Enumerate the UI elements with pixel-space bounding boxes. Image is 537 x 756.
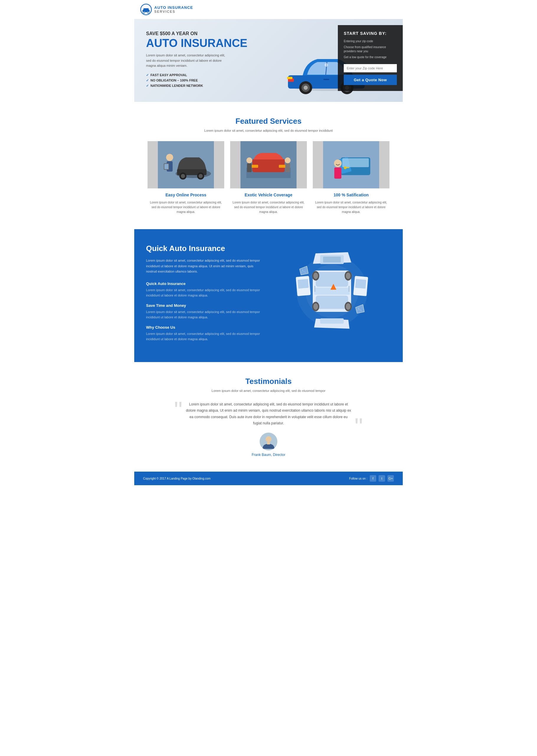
svg-rect-31 <box>164 164 169 169</box>
facebook-icon[interactable]: f <box>370 475 376 482</box>
exploded-car-diagram <box>291 244 373 338</box>
hero-description: Lorem ipsum dolor sit amet, consectetur … <box>146 53 229 68</box>
quick-right <box>273 244 391 338</box>
feature-item-3: NATIONWIDE LENDER NETWORK <box>146 84 259 88</box>
featured-services-section: Featured Services Lorem ipsum dolor sit … <box>134 102 403 229</box>
quick-item-title-1: Quick Auto Insurance <box>146 282 264 286</box>
svg-rect-44 <box>342 158 369 167</box>
featured-title: Featured Services <box>146 117 391 126</box>
hero-save-text: SAVE $500 A YEAR ON <box>146 31 259 36</box>
service-card-desc-2: Lorem ipsum dolor sit amet, consectetur … <box>230 200 307 214</box>
svg-rect-38 <box>247 163 252 172</box>
svg-point-62 <box>313 273 318 279</box>
svg-point-78 <box>266 436 271 442</box>
hero-left: SAVE $500 A YEAR ON AUTO INSURANCE Lorem… <box>134 19 268 102</box>
service-image-2 <box>230 141 307 188</box>
testimonials-section: Testimonials Lorem ipsum dolor sit amet,… <box>134 362 403 471</box>
svg-point-45 <box>334 159 342 167</box>
service-image-1 <box>147 141 224 188</box>
testimonial-author: Frank Baum, Director <box>146 433 391 457</box>
quick-item-2: Save Time and Money Lorem ipsum dolor si… <box>146 303 264 320</box>
services-grid: Easy Online Process Lorem ipsum dolor si… <box>146 141 391 214</box>
svg-rect-75 <box>323 257 341 263</box>
svg-rect-40 <box>285 163 290 172</box>
svg-point-64 <box>346 273 351 279</box>
quick-item-title-2: Save Time and Money <box>146 303 264 308</box>
header: AUTO INSURANCE SERVICES <box>134 0 403 19</box>
service-card-2: Exotic Vehicle Coverage Lorem ipsum dolo… <box>230 141 307 214</box>
service-card-1: Easy Online Process Lorem ipsum dolor si… <box>147 141 224 214</box>
quick-item-1: Quick Auto Insurance Lorem ipsum dolor s… <box>146 282 264 298</box>
svg-rect-54 <box>355 279 366 289</box>
svg-rect-52 <box>298 279 309 289</box>
quote-step-3: Get a low quote for the coverage <box>344 55 397 59</box>
svg-point-37 <box>246 157 252 163</box>
twitter-icon[interactable]: t <box>379 475 385 482</box>
quick-description: Lorem ipsum dolor sit amet, consectetur … <box>146 258 264 274</box>
author-avatar <box>260 433 277 450</box>
quick-item-desc-3: Lorem ipsum dolor sit amet, consectetur … <box>146 331 264 342</box>
quick-item-desc-1: Lorem ipsum dolor sit amet, consectetur … <box>146 288 264 298</box>
service-card-desc-3: Lorem ipsum dolor sit amet, consectetur … <box>313 200 390 214</box>
testimonial-quote-text: Lorem ipsum dolor sit amet, consectetur … <box>186 401 351 427</box>
svg-rect-79 <box>267 442 270 444</box>
svg-point-39 <box>285 157 291 163</box>
svg-rect-57 <box>316 295 348 309</box>
service-card-3: 100 % Satification Lorem ipsum dolor sit… <box>313 141 390 214</box>
google-plus-icon[interactable]: G+ <box>388 475 394 482</box>
svg-point-5 <box>147 12 149 13</box>
quick-insurance-section: Quick Auto Insurance Lorem ipsum dolor s… <box>134 229 403 362</box>
svg-point-66 <box>313 303 318 310</box>
svg-rect-48 <box>346 167 349 168</box>
quote-mark-right: " <box>355 421 363 433</box>
svg-rect-36 <box>279 165 286 168</box>
svg-rect-12 <box>287 77 292 79</box>
svg-rect-76 <box>320 318 344 324</box>
logo-container: AUTO INSURANCE SERVICES <box>140 4 193 15</box>
hero-features-list: FAST EASY APPROVAL NO OBLIGATION – 100% … <box>146 73 259 88</box>
svg-rect-46 <box>334 167 341 179</box>
hero-section: SAVE $500 A YEAR ON AUTO INSURANCE Lorem… <box>134 19 403 102</box>
quick-item-3: Why Choose Us Lorem ipsum dolor sit amet… <box>146 325 264 342</box>
quick-item-title-3: Why Choose Us <box>146 325 264 330</box>
author-name: Frank Baum, Director <box>252 453 285 457</box>
svg-rect-35 <box>251 165 258 168</box>
svg-rect-19 <box>323 79 329 80</box>
feature-item-2: NO OBLIGATION – 100% FREE <box>146 78 259 82</box>
get-quote-button[interactable]: Get a Quote Now <box>344 75 397 85</box>
service-card-title-1: Easy Online Process <box>147 193 224 197</box>
testimonial-quote-block: " Lorem ipsum dolor sit amet, consectetu… <box>186 401 351 427</box>
footer: Copyright © 2017 A Landing Page by Oland… <box>134 471 403 485</box>
brand-name-bottom: SERVICES <box>154 10 193 14</box>
quote-box: START SAVING BY: Entering your zip code … <box>338 25 403 91</box>
footer-social: Follow us on : f t G+ <box>349 475 394 482</box>
featured-subtitle: Lorem ipsum dolor sit amet, consectetur … <box>146 129 391 132</box>
svg-rect-59 <box>314 286 315 292</box>
copyright-text: Copyright © 2017 A Landing Page by Oland… <box>143 477 211 480</box>
service-card-title-3: 100 % Satification <box>313 193 390 197</box>
feature-item-1: FAST EASY APPROVAL <box>146 73 259 77</box>
brand-name-top: AUTO INSURANCE <box>154 5 193 10</box>
hero-main-title: AUTO INSURANCE <box>146 37 259 49</box>
quote-mark-left: " <box>174 404 182 416</box>
svg-rect-3 <box>144 8 149 10</box>
svg-point-27 <box>199 174 203 178</box>
service-card-title-2: Exotic Vehicle Coverage <box>230 193 307 197</box>
follow-label: Follow us on : <box>349 477 367 480</box>
quote-step-2: Choose from qualified insurance provider… <box>344 45 397 54</box>
hero-car-area: START SAVING BY: Entering your zip code … <box>268 19 403 102</box>
zip-code-input[interactable] <box>344 64 397 72</box>
logo-icon <box>140 4 152 15</box>
quick-left: Quick Auto Insurance Lorem ipsum dolor s… <box>146 244 264 347</box>
svg-point-28 <box>166 154 173 161</box>
testimonials-subtitle: Lorem ipsum dolor sit amet, consectetur … <box>146 389 391 392</box>
logo-text: AUTO INSURANCE SERVICES <box>154 5 193 14</box>
quote-box-title: START SAVING BY: <box>344 31 397 36</box>
quote-step-1: Entering your zip code <box>344 39 397 43</box>
svg-point-25 <box>181 174 185 178</box>
svg-point-68 <box>346 303 351 310</box>
svg-point-20 <box>325 63 328 67</box>
testimonials-title: Testimonials <box>146 377 391 386</box>
service-card-desc-1: Lorem ipsum dolor sit amet, consectetur … <box>147 200 224 214</box>
quick-title: Quick Auto Insurance <box>146 244 264 253</box>
